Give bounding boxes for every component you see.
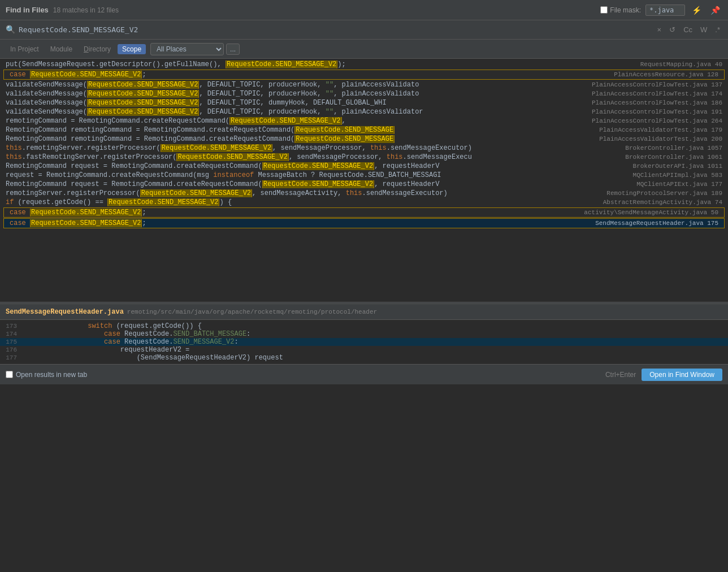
table-row[interactable]: this.fastRemotingServer.registerProcesso… xyxy=(0,153,728,162)
preview-filename: SendMessageRequestHeader.java xyxy=(6,308,124,316)
result-file: RemotingProtocolServer.java 189 xyxy=(606,190,722,197)
table-row[interactable]: put(SendMessageRequest.getDescriptor().g… xyxy=(0,60,728,69)
result-file: PlainAccessControlFlowTest.java 174 xyxy=(592,90,722,97)
file-mask-input[interactable] xyxy=(645,5,685,16)
module-btn[interactable]: Module xyxy=(46,44,77,54)
line-number: 177 xyxy=(2,354,23,361)
open-new-tab-checkbox[interactable] xyxy=(6,371,13,378)
code-line-173: 173 switch (request.getCode()) { xyxy=(0,322,728,330)
toolbar-title: Find in Files xyxy=(6,6,49,14)
line-content: case RequestCode.SEND_BATCH_MESSAGE: xyxy=(23,330,250,338)
scope-btn[interactable]: Scope xyxy=(118,44,146,54)
result-file: BrokerOuterAPI.java 1011 xyxy=(633,163,722,170)
more-options-btn[interactable]: ... xyxy=(226,44,240,55)
result-file: BrokerController.java 1061 xyxy=(625,154,722,161)
filter-icon-btn[interactable]: ⚡ xyxy=(690,5,704,16)
result-code: validateSendMessage(RequestCode.SEND_MES… xyxy=(6,99,586,107)
table-row[interactable]: RemotingCommand request = RemotingComman… xyxy=(0,162,728,171)
result-file: activity\SendMessageActivity.java 50 xyxy=(584,209,718,216)
pin-icon-btn[interactable]: 📌 xyxy=(708,5,722,16)
search-input[interactable] xyxy=(19,25,652,34)
table-row[interactable]: this.remotingServer.registerProcessor(Re… xyxy=(0,144,728,153)
result-file: SendMessageRequestHeader.java 175 xyxy=(595,220,718,227)
result-file: PlainAccessControlFlowTest.java 137 xyxy=(592,81,722,88)
search-icon: 🔍 xyxy=(6,25,15,34)
table-row[interactable]: remotingServer.registerProcessor(Request… xyxy=(0,189,728,198)
result-code: if (request.getCode() == RequestCode.SEN… xyxy=(6,198,597,206)
bottom-right: Ctrl+Enter Open in Find Window xyxy=(605,369,722,381)
result-file: PlainAccessValidatorTest.java 200 xyxy=(599,136,722,142)
open-new-tab-container: Open results in new tab xyxy=(6,371,87,379)
regex-btn[interactable]: .* xyxy=(713,25,722,34)
toolbar: Find in Files 18 matches in 12 files Fil… xyxy=(0,0,728,20)
case-sensitive-btn[interactable]: Cc xyxy=(681,25,695,34)
result-file: PlainAccessControlFlowTest.java 264 xyxy=(592,118,722,124)
result-file: PlainAccessValidatorTest.java 179 xyxy=(599,127,722,133)
line-number: 173 xyxy=(2,323,23,330)
close-search-btn[interactable]: × xyxy=(655,25,664,34)
preview-code-area: 173 switch (request.getCode()) { 174 cas… xyxy=(0,320,728,364)
line-content: requestHeaderV2 = xyxy=(23,346,189,354)
result-code: RemotingCommand remotingCommand = Remoti… xyxy=(6,135,593,143)
code-line-176: 176 requestHeaderV2 = xyxy=(0,346,728,354)
open-in-find-window-btn[interactable]: Open in Find Window xyxy=(642,369,722,381)
table-row[interactable]: RemotingCommand remotingCommand = Remoti… xyxy=(0,125,728,135)
code-line-177: 177 (SendMessageRequestHeaderV2) request xyxy=(0,354,728,362)
table-row[interactable]: validateSendMessage(RequestCode.SEND_MES… xyxy=(0,80,728,89)
all-places-dropdown[interactable]: All Places xyxy=(150,43,224,55)
result-file: PlainAccessControlFlowTest.java 191 xyxy=(592,109,722,115)
results-area[interactable]: put(SendMessageRequest.getDescriptor().g… xyxy=(0,59,728,302)
result-code: case RequestCode.SEND_MESSAGE_V2; xyxy=(10,209,578,216)
table-row[interactable]: if (request.getCode() == RequestCode.SEN… xyxy=(0,198,728,207)
whole-word-btn[interactable]: W xyxy=(698,25,709,34)
result-code: validateSendMessage(RequestCode.SEND_MES… xyxy=(6,108,586,116)
table-row[interactable]: validateSendMessage(RequestCode.SEND_MES… xyxy=(0,107,728,116)
result-file: RequestMapping.java 40 xyxy=(640,61,722,68)
table-row[interactable]: case RequestCode.SEND_MESSAGE_V2; SendMe… xyxy=(3,218,725,228)
table-row[interactable]: case RequestCode.SEND_MESSAGE_V2; PlainA… xyxy=(3,70,725,80)
file-mask-checkbox[interactable] xyxy=(600,6,608,14)
open-new-tab-label: Open results in new tab xyxy=(16,371,87,379)
result-code: validateSendMessage(RequestCode.SEND_MES… xyxy=(6,81,586,89)
preview-path: remoting/src/main/java/org/apache/rocket… xyxy=(127,309,377,315)
line-content: case RequestCode.SEND_MESSAGE_V2: xyxy=(23,338,239,346)
code-line-174: 174 case RequestCode.SEND_BATCH_MESSAGE: xyxy=(0,330,728,338)
line-number: 175 xyxy=(2,339,23,345)
result-code: RemotingCommand remotingCommand = Remoti… xyxy=(6,126,593,134)
line-content: (SendMessageRequestHeaderV2) request xyxy=(23,354,283,362)
file-mask-checkbox-container: File mask: xyxy=(600,6,641,14)
result-code: this.remotingServer.registerProcessor(Re… xyxy=(6,144,619,152)
result-file: BrokerController.java 1057 xyxy=(625,145,722,151)
line-number: 176 xyxy=(2,346,23,353)
table-row[interactable]: remotingCommand = RemotingCommand.create… xyxy=(0,116,728,125)
result-file: MQClientAPIImpl.java 583 xyxy=(633,172,722,179)
in-project-btn[interactable]: In Project xyxy=(6,44,44,54)
result-code: this.fastRemotingServer.registerProcesso… xyxy=(6,153,619,161)
search-bar: 🔍 × ↺ Cc W .* xyxy=(0,20,728,40)
result-code: validateSendMessage(RequestCode.SEND_MES… xyxy=(6,90,586,98)
table-row[interactable]: request = RemotingCommand.createRequestC… xyxy=(0,171,728,180)
result-code: RemotingCommand request = RemotingComman… xyxy=(6,162,627,170)
result-file: PlainAccessResource.java 128 xyxy=(614,71,718,78)
line-content: switch (request.getCode()) { xyxy=(23,322,202,330)
table-row[interactable]: validateSendMessage(RequestCode.SEND_MES… xyxy=(0,98,728,107)
result-file: AbstractRemotingActivity.java 74 xyxy=(603,199,722,206)
scope-bar: In Project Module Directory Scope All Pl… xyxy=(0,40,728,59)
table-row[interactable]: validateSendMessage(RequestCode.SEND_MES… xyxy=(0,89,728,98)
bottom-bar: Open results in new tab Ctrl+Enter Open … xyxy=(0,364,728,384)
line-number: 174 xyxy=(2,331,23,337)
shortcut-label: Ctrl+Enter xyxy=(605,371,636,379)
result-code: RemotingCommand request = RemotingComman… xyxy=(6,180,631,188)
table-row[interactable]: RemotingCommand remotingCommand = Remoti… xyxy=(0,135,728,144)
directory-btn[interactable]: Directory xyxy=(79,44,115,54)
result-code: remotingServer.registerProcessor(Request… xyxy=(6,189,601,197)
result-code: remotingCommand = RemotingCommand.create… xyxy=(6,117,586,125)
table-row[interactable]: case RequestCode.SEND_MESSAGE_V2; activi… xyxy=(3,207,725,218)
result-code: case RequestCode.SEND_MESSAGE_V2; xyxy=(10,71,608,79)
result-file: MQClientAPIExt.java 177 xyxy=(636,181,722,188)
result-code: request = RemotingCommand.createRequestC… xyxy=(6,171,627,179)
result-code: case RequestCode.SEND_MESSAGE_V2; xyxy=(10,219,590,227)
toolbar-right: File mask: ⚡ 📌 xyxy=(600,5,722,16)
refresh-btn[interactable]: ↺ xyxy=(667,25,678,34)
table-row[interactable]: RemotingCommand request = RemotingComman… xyxy=(0,180,728,189)
